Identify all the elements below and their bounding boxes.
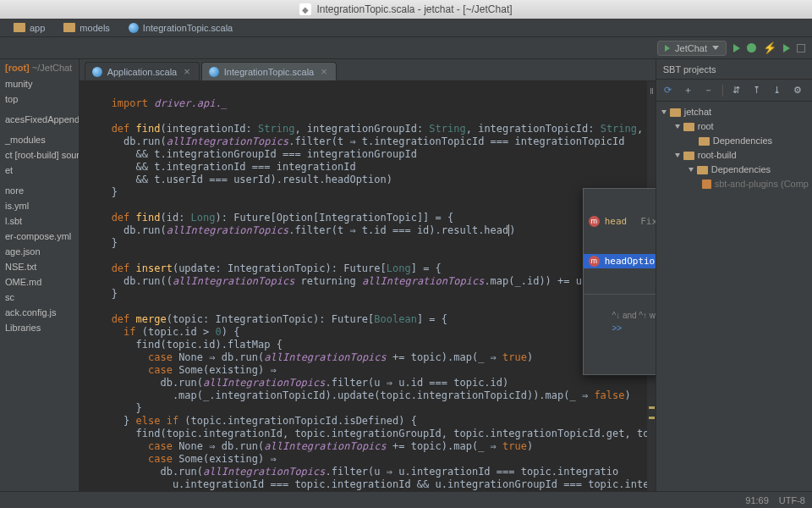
tree-item[interactable]: ack.config.js xyxy=(0,305,79,320)
project-root-label: [root] xyxy=(5,63,30,73)
warning-marker[interactable] xyxy=(649,417,655,419)
tree-item[interactable]: munity xyxy=(0,76,79,91)
sbt-node-label: root-build xyxy=(698,148,737,163)
sbt-node[interactable]: Dependencies xyxy=(660,163,809,177)
completion-hint-link[interactable]: >> xyxy=(612,323,622,333)
editor-tab-label: Application.scala xyxy=(107,67,178,77)
tree-item[interactable]: et xyxy=(0,163,79,178)
sbt-tree: jetchat root Dependencies root-build Dep xyxy=(656,102,812,195)
tree-item[interactable]: is.yml xyxy=(0,198,79,213)
tree-item[interactable]: OME.md xyxy=(0,274,79,290)
folder-icon xyxy=(699,137,710,146)
debug-button[interactable] xyxy=(747,43,756,52)
sbt-node-label: jetchat xyxy=(684,105,711,119)
sbt-node-label: sbt-and-plugins (Comp xyxy=(715,177,809,191)
tree-item[interactable]: NSE.txt xyxy=(0,259,79,274)
tree-item[interactable]: sc xyxy=(0,290,79,305)
run-config-dropdown[interactable]: JetChat xyxy=(657,41,727,56)
close-icon[interactable]: × xyxy=(184,65,190,78)
tree-item[interactable]: l.sbt xyxy=(0,213,79,229)
settings-button[interactable]: ⚙ xyxy=(791,84,804,97)
sbt-header-label: SBT projects xyxy=(663,64,716,75)
project-tree: munity top acesFixedAppender _modules ct… xyxy=(0,76,79,335)
window-titlebar: ◆ IntegrationTopic.scala - jetchat - [~/… xyxy=(0,0,812,19)
cursor-position[interactable]: 91:69 xyxy=(745,495,769,505)
sbt-node[interactable]: sbt-and-plugins (Comp xyxy=(660,177,809,191)
folder-icon xyxy=(670,108,681,117)
editor-tab-label: IntegrationTopic.scala xyxy=(224,67,314,77)
sbt-node[interactable]: root xyxy=(660,119,809,134)
warning-marker[interactable] xyxy=(649,406,655,409)
file-icon: ◆ xyxy=(299,3,311,15)
breadcrumb-app[interactable]: app xyxy=(5,20,53,36)
tree-item[interactable]: er-compose.yml xyxy=(0,229,79,244)
editor-tab-active[interactable]: IntegrationTopic.scala × xyxy=(201,62,337,80)
folder-icon xyxy=(697,166,708,174)
tree-item[interactable]: nore xyxy=(0,183,79,198)
separator xyxy=(722,85,723,97)
tree-item[interactable]: age.json xyxy=(0,244,79,259)
completion-hint-text: ^↓ and ^↑ will move caret down and up in… xyxy=(612,311,655,320)
sbt-node-label: root xyxy=(698,119,714,134)
remove-button[interactable]: － xyxy=(702,84,716,97)
scala-icon xyxy=(92,67,102,77)
download-button[interactable]: ⤓ xyxy=(771,84,784,97)
run-config-label: JetChat xyxy=(675,43,707,53)
run-button-2[interactable] xyxy=(783,44,790,52)
breadcrumb-label: models xyxy=(80,23,109,33)
project-root[interactable]: [root] ~/JetChat xyxy=(0,59,79,76)
chevron-down-icon xyxy=(675,153,680,157)
run-coverage-button[interactable]: ⚡ xyxy=(763,41,776,54)
status-bar: 91:69 UTF-8 xyxy=(0,491,812,508)
breadcrumb-file[interactable]: IntegrationTopic.scala xyxy=(120,20,241,36)
chevron-down-icon xyxy=(712,46,719,50)
tree-item[interactable]: _modules xyxy=(0,132,79,147)
play-icon xyxy=(665,45,670,52)
breadcrumb-label: IntegrationTopic.scala xyxy=(143,23,233,33)
tree-item[interactable]: top xyxy=(0,91,79,107)
editor-tab[interactable]: Application.scala × xyxy=(85,62,200,80)
completion-item-selected[interactable]: m headOption FixedSqlStreamingAction.thi… xyxy=(584,254,656,268)
completion-item[interactable]: m head FixedSqlStreamingAction.this.Resu… xyxy=(584,214,656,229)
folder-icon xyxy=(63,23,75,32)
method-icon: m xyxy=(589,216,600,227)
pause-icon[interactable]: Ⅱ xyxy=(650,85,654,97)
sbt-toolbar: ⟳ ＋ － ⇵ ⤒ ⤓ ⚙ xyxy=(656,80,812,102)
sbt-panel: SBT projects ⟳ ＋ － ⇵ ⤒ ⤓ ⚙ jetchat root xyxy=(656,59,812,491)
sbt-node[interactable]: Dependencies xyxy=(660,134,809,148)
completion-hint: ^↓ and ^↑ will move caret down and up in… xyxy=(584,294,656,349)
main-body: [root] ~/JetChat munity top acesFixedApp… xyxy=(0,59,812,491)
run-button[interactable] xyxy=(733,44,740,52)
project-panel: [root] ~/JetChat munity top acesFixedApp… xyxy=(0,59,80,491)
folder-icon xyxy=(14,23,25,32)
expand-button[interactable]: ⇵ xyxy=(730,84,743,97)
completion-name: head xyxy=(605,215,628,228)
breadcrumb-row: app models IntegrationTopic.scala xyxy=(0,19,812,37)
folder-icon xyxy=(683,152,694,160)
close-icon[interactable]: × xyxy=(321,65,327,78)
sbt-node[interactable]: jetchat xyxy=(660,105,809,119)
file-encoding[interactable]: UTF-8 xyxy=(779,495,805,505)
method-icon: m xyxy=(589,256,600,267)
code-editor[interactable]: import driver.api._ def find(integration… xyxy=(80,81,656,491)
scala-icon xyxy=(129,23,139,33)
library-icon xyxy=(702,179,711,189)
tree-item[interactable]: Libraries xyxy=(0,320,79,335)
sbt-header: SBT projects xyxy=(656,59,812,80)
tree-item-label: ct [root-build] sources root xyxy=(5,150,80,160)
project-root-path: ~/JetChat xyxy=(32,63,72,73)
sbt-node[interactable]: root-build xyxy=(660,148,809,163)
sbt-node-label: Dependencies xyxy=(711,163,771,177)
collapse-button[interactable]: ⤒ xyxy=(750,84,764,97)
scala-icon xyxy=(209,67,219,77)
tree-item[interactable]: acesFixedAppender xyxy=(0,112,79,127)
main-toolbar: JetChat ⚡ xyxy=(0,37,812,59)
tree-item-build[interactable]: ct [root-build] sources root xyxy=(0,147,79,163)
sbt-node-label: Dependencies xyxy=(713,134,772,148)
completion-popup: m head FixedSqlStreamingAction.this.Resu… xyxy=(583,188,656,375)
refresh-button[interactable]: ⟳ xyxy=(661,84,675,97)
stop-button[interactable] xyxy=(797,44,805,52)
editor-area: Application.scala × IntegrationTopic.sca… xyxy=(80,59,656,491)
breadcrumb-models[interactable]: models xyxy=(55,20,118,36)
add-button[interactable]: ＋ xyxy=(682,84,695,97)
